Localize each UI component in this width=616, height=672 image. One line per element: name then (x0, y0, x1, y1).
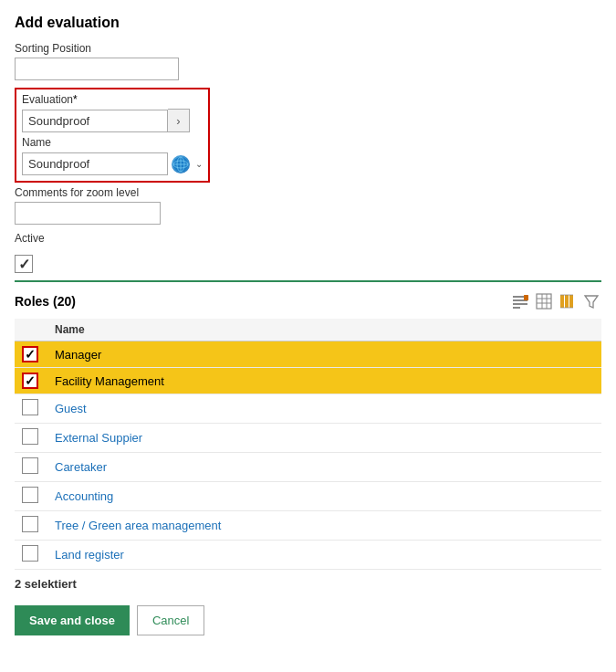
svg-rect-17 (569, 295, 573, 308)
comments-input[interactable] (15, 202, 161, 225)
row-checkbox[interactable] (22, 516, 38, 532)
toolbar-bars-icon[interactable] (558, 291, 578, 311)
active-checkbox[interactable]: ✓ (15, 255, 33, 273)
toolbar-lines-icon[interactable] (510, 291, 530, 311)
svg-rect-10 (537, 294, 551, 309)
row-checkbox[interactable] (22, 428, 38, 445)
table-row: ✓Facility Management (15, 368, 601, 394)
row-name: Land register (47, 541, 601, 570)
row-checkbox[interactable] (22, 545, 38, 562)
row-name: Tree / Green area management (47, 511, 601, 541)
row-name: Caretaker (47, 453, 601, 482)
svg-rect-9 (524, 295, 528, 300)
row-checkbox-cell: ✓ (15, 341, 47, 368)
row-checkbox[interactable] (22, 457, 38, 474)
globe-icon[interactable] (172, 155, 190, 173)
row-checkbox-cell: ✓ (15, 368, 47, 394)
table-row: ✓Manager (15, 341, 601, 368)
row-name: Accounting (47, 482, 601, 511)
svg-marker-20 (585, 296, 598, 308)
row-name: Manager (47, 341, 601, 368)
toolbar-table-icon[interactable] (534, 291, 554, 311)
name-label: Name (22, 136, 203, 149)
row-checkbox-cell (15, 482, 47, 511)
toolbar-filter-icon[interactable] (581, 291, 601, 311)
roles-col-name: Name (47, 319, 601, 341)
table-row: Tree / Green area management (15, 511, 601, 541)
table-row: Land register (15, 541, 601, 570)
svg-rect-15 (560, 295, 564, 308)
svg-rect-8 (513, 307, 520, 309)
page-title: Add evaluation (15, 15, 601, 31)
row-checkbox-cell (15, 424, 47, 453)
row-checkbox-cell (15, 541, 47, 570)
table-row: Caretaker (15, 453, 601, 482)
name-input[interactable] (22, 152, 168, 175)
svg-rect-7 (513, 303, 527, 305)
table-row: External Suppier (15, 424, 601, 453)
row-checkbox[interactable]: ✓ (22, 346, 38, 362)
row-checkbox[interactable] (22, 399, 38, 415)
row-checkbox[interactable]: ✓ (22, 373, 38, 389)
comments-label: Comments for zoom level (15, 186, 601, 199)
row-name: Facility Management (47, 368, 601, 394)
roles-toolbar (510, 291, 601, 311)
row-checkbox-cell (15, 453, 47, 482)
evaluation-required: * (73, 93, 78, 106)
footer: Save and close Cancel (15, 596, 601, 650)
chevron-down-icon[interactable]: ⌄ (195, 159, 203, 169)
table-row: Guest (15, 394, 601, 424)
row-name: Guest (47, 394, 601, 424)
roles-table: Name ✓Manager✓Facility ManagementGuestEx… (15, 319, 601, 570)
evaluation-wrapper: Evaluation* › Name (15, 88, 210, 183)
cancel-button[interactable]: Cancel (137, 605, 204, 635)
active-checkmark: ✓ (18, 256, 30, 273)
roles-title: Roles (20) (15, 294, 76, 309)
svg-rect-16 (565, 295, 569, 308)
evaluation-label: Evaluation* (22, 93, 203, 106)
row-name: External Suppier (47, 424, 601, 453)
table-row: Accounting (15, 482, 601, 511)
row-checkbox[interactable] (22, 487, 38, 503)
save-and-close-button[interactable]: Save and close (15, 605, 130, 635)
row-checkbox-cell (15, 394, 47, 424)
row-checkbox-cell (15, 511, 47, 541)
active-label: Active (15, 232, 45, 245)
roles-status: 2 selektiert (15, 570, 601, 596)
sorting-position-label: Sorting Position (15, 42, 601, 55)
roles-col-check (15, 319, 47, 341)
sorting-position-input[interactable] (15, 58, 179, 80)
evaluation-input[interactable] (22, 110, 168, 132)
evaluation-arrow-button[interactable]: › (168, 109, 190, 132)
